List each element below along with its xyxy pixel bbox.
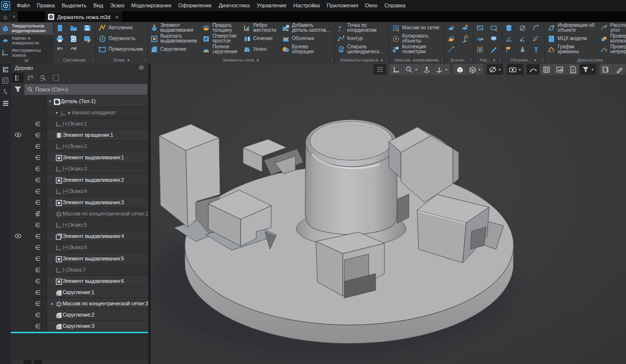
model-3d[interactable] [151, 64, 626, 364]
tree-item[interactable]: ▸Массив по концентрической сетке:3 [47, 298, 148, 309]
tree-item[interactable]: Скругление:3 [47, 321, 148, 331]
tree-row-13[interactable]: ∈Элемент выдавливания:4 [11, 231, 148, 242]
tool-thicken[interactable]: Придать толщину [200, 22, 241, 33]
tree-row-4[interactable]: ∈Элемент вращения:1 [11, 129, 148, 141]
viewport-vcurve[interactable] [527, 64, 539, 75]
home-button[interactable]: ⌂ [0, 11, 11, 22]
tool-dim-d[interactable] [516, 22, 530, 33]
tree-item[interactable]: Элемент выдавливания:5 [47, 253, 148, 264]
tree-item[interactable]: Элемент выдавливания:6 [47, 276, 148, 286]
search-input[interactable]: Поиск (Ctrl+/) [24, 84, 147, 95]
menu-9[interactable]: Управление [253, 0, 290, 11]
tree-row-20[interactable]: ∈Скругление:2 [11, 309, 148, 321]
tool-boolean[interactable]: Булева операция [280, 44, 334, 55]
variables-panel-icon[interactable]: fx [1, 88, 9, 96]
tool-cyl[interactable] [503, 22, 516, 33]
modes-collapse-chevron[interactable] [0, 59, 53, 64]
tree-row-9[interactable]: ∈(+)Эскиз:4 [11, 186, 148, 197]
tree-item[interactable]: Скругление:2 [47, 309, 148, 320]
tree-row-14[interactable]: ∈(+)Эскиз:6 [11, 242, 148, 253]
tree-item[interactable]: ▾Деталь (Тел-1) [47, 96, 148, 107]
viewport-vaxes[interactable]: ▼ [433, 64, 450, 75]
menu-panel-icon[interactable] [1, 99, 9, 107]
tool-hole[interactable]: Отверстие простое [200, 33, 241, 44]
tool-rectangle[interactable]: Прямоугольник [96, 44, 147, 55]
tool-info[interactable]: ?Информация об объекте [545, 22, 598, 33]
tree-item[interactable]: Элемент вращения:1 [47, 129, 148, 140]
viewport-vzoom[interactable]: ▼ [403, 64, 420, 75]
gear-icon[interactable] [138, 64, 144, 71]
tool-dim-ang[interactable] [516, 33, 530, 44]
tab-close-icon[interactable]: × [115, 14, 118, 20]
tool-distance[interactable]: ?Расстоян угол [598, 22, 626, 33]
tool-autoline[interactable]: Автолиния [96, 22, 147, 33]
tool-doc-new[interactable] [54, 22, 67, 33]
menu-4[interactable]: Вид [90, 0, 107, 11]
menu-11[interactable]: Приложения [323, 0, 361, 11]
document-tab[interactable]: Держатель ножа.m3d × [45, 11, 122, 22]
tree-row-19[interactable]: ∈▸Массив по концентрической сетке:3 [11, 298, 148, 309]
tool-flag[interactable] [503, 44, 516, 55]
viewport-vdoc[interactable] [566, 64, 579, 75]
tool-collision[interactable]: Проверк коллизи [598, 33, 626, 44]
tool-plane-pt[interactable] [459, 22, 472, 33]
viewport-vfunnel[interactable]: ▼ [580, 64, 596, 75]
tree-row-15[interactable]: ∈Элемент выдавливания:5 [11, 253, 148, 264]
tree-item[interactable]: (+)Эскиз:4 [47, 186, 148, 196]
group-label-system[interactable]: Системная⁞⁞ [54, 57, 95, 64]
tree-item[interactable]: (+)Эскиз:3 [47, 163, 148, 174]
tool-rot[interactable] [474, 33, 488, 44]
tool-extrude[interactable]: Элемент выдавливания [148, 22, 201, 33]
tool-circle-c[interactable] [488, 33, 501, 44]
tool-ellipse-sel[interactable] [488, 22, 501, 33]
tool-axis[interactable] [445, 44, 459, 55]
params-panel-icon[interactable] [1, 77, 9, 85]
group-label-wireframe[interactable]: Элементы каркаса▼⁞⁞ [335, 57, 388, 64]
viewport-vcube-wire[interactable]: ▼ [467, 64, 483, 75]
viewport-vgrid[interactable] [374, 64, 386, 75]
tree-item[interactable]: (+)Эскиз:5 [47, 219, 148, 230]
ribbon-mode-2[interactable]: Каркас и поверхности [0, 35, 53, 47]
tool-save-edit[interactable] [81, 33, 95, 44]
tree-row-18[interactable]: ∈Скругление:1 [11, 287, 148, 298]
tree-row-5[interactable]: ∈(+)Эскиз:2 [11, 141, 148, 152]
menu-1[interactable]: Файл [13, 0, 33, 11]
tool-redo[interactable] [67, 44, 81, 55]
viewport-vorient[interactable] [420, 64, 433, 75]
eye-visible-icon[interactable] [15, 232, 22, 240]
tool-fillet[interactable]: Скругление [148, 44, 201, 55]
tree-item[interactable]: Скругление:1 [47, 287, 148, 298]
tool-contour[interactable]: Контур [335, 33, 387, 44]
ribbon-mode-3[interactable]: Инструменты эскиза [0, 46, 53, 59]
menu-13[interactable]: Справка [381, 0, 409, 11]
tool-folder-open[interactable] [67, 22, 81, 33]
home-dropdown[interactable]: ▼ [11, 11, 18, 22]
tree-item[interactable]: (+)Эскиз:1 [47, 118, 148, 129]
tool-cut-extrude[interactable]: Вырезать выдавливанием [148, 33, 201, 44]
viewport-vsketch[interactable] [390, 64, 402, 75]
tool-preview[interactable] [67, 33, 81, 44]
tree-item[interactable]: (-)Эскиз:7 [47, 264, 148, 275]
tree-row-11[interactable]: ∉Массив по концентрической сетке:1 [11, 208, 148, 219]
tool-rect-sel[interactable] [474, 22, 488, 33]
viewport-vruler[interactable] [600, 64, 612, 75]
tool-collection[interactable]: Коллекция геометрии [390, 44, 443, 55]
menu-5[interactable]: Эскиз [107, 0, 128, 11]
filter-funnel-icon[interactable] [12, 84, 23, 95]
menu-2[interactable]: Правка [33, 0, 58, 11]
viewport-vnet[interactable] [540, 64, 553, 75]
tree-item[interactable]: Элемент выдавливания:4 [47, 231, 148, 241]
tool-draft[interactable]: Уклон [241, 44, 280, 55]
tool-lcs[interactable] [459, 33, 472, 44]
tree-item[interactable]: Массив по концентрической сетке:1 [47, 208, 148, 219]
tree-row-21[interactable]: ∈Скругление:3 [11, 321, 148, 332]
group-label-aux[interactable]: Вспом...⁞⁞ [445, 57, 472, 64]
tool-copy[interactable]: Копировать объекты [390, 33, 443, 44]
ribbon-mode-1[interactable]: Твердотельное моделирование [0, 22, 53, 35]
tool-knife[interactable] [488, 44, 501, 55]
tool-print[interactable] [54, 33, 67, 44]
tool-circle[interactable]: Окружность [96, 33, 147, 44]
tool-spiral[interactable]: Спираль цилиндрическ... [335, 44, 387, 55]
tree-row-3[interactable]: ∈(+)Эскиз:1 [11, 118, 148, 129]
tree-structure-button[interactable]: 12 [12, 73, 23, 83]
